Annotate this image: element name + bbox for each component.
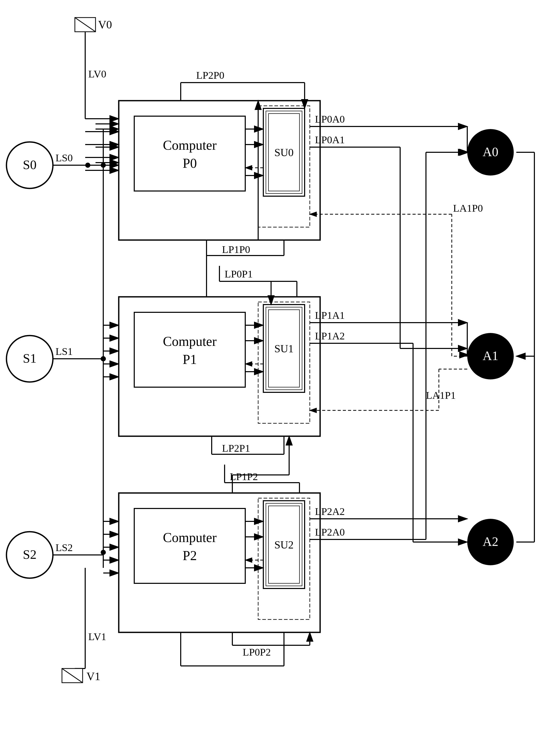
lp2p0-label: LP2P0 bbox=[196, 69, 224, 81]
cp2-label-line1: Computer bbox=[163, 530, 217, 545]
lp1p2-label: LP1P2 bbox=[230, 471, 258, 482]
lv0-label: LV0 bbox=[88, 68, 106, 80]
diagram-container: V0 LV0 S0 LS0 Computer P0 SU0 LP0A0 LP0A… bbox=[0, 0, 554, 756]
cp1-label-line1: Computer bbox=[163, 334, 217, 349]
cp2-label-line2: P2 bbox=[183, 548, 197, 563]
ls2-label: LS2 bbox=[56, 542, 73, 554]
lp1a1-label: LP1A1 bbox=[315, 309, 345, 321]
lp0p1-label: LP0P1 bbox=[225, 268, 253, 280]
svg-rect-94 bbox=[134, 509, 245, 583]
svg-point-52 bbox=[101, 356, 106, 361]
svg-point-53 bbox=[101, 550, 106, 555]
lp2p1-label: LP2P1 bbox=[222, 443, 250, 454]
v1-label: V1 bbox=[87, 670, 100, 683]
lv1-label: LV1 bbox=[88, 631, 106, 642]
s0-label: S0 bbox=[23, 158, 37, 172]
svg-rect-17 bbox=[134, 116, 245, 191]
cp0-label-line2: P0 bbox=[183, 156, 197, 171]
su0-label: SU0 bbox=[274, 147, 294, 159]
a2-label: A2 bbox=[483, 534, 498, 549]
lp1p0-label: LP1P0 bbox=[222, 244, 250, 255]
cp1-label-line2: P1 bbox=[183, 352, 197, 367]
lp0p2-label: LP0P2 bbox=[243, 646, 271, 658]
v0-label: V0 bbox=[98, 18, 112, 31]
lp2a0-label: LP2A0 bbox=[315, 526, 345, 538]
a1-label: A1 bbox=[483, 348, 498, 363]
svg-point-51 bbox=[101, 163, 106, 168]
ls1-label: LS1 bbox=[56, 346, 73, 357]
la1p1-label: LA1P1 bbox=[426, 390, 456, 401]
s1-label: S1 bbox=[23, 351, 37, 365]
s2-label: S2 bbox=[23, 547, 37, 562]
svg-rect-62 bbox=[134, 312, 245, 387]
su2-label: SU2 bbox=[274, 539, 294, 551]
lp0a0-label: LP0A0 bbox=[315, 113, 345, 125]
su1-label: SU1 bbox=[274, 343, 294, 355]
lp2a2-label: LP2A2 bbox=[315, 506, 345, 517]
cp0-label-line1: Computer bbox=[163, 138, 217, 153]
lp1a2-label: LP1A2 bbox=[315, 330, 345, 342]
lp0a1-label: LP0A1 bbox=[315, 134, 345, 146]
a0-label: A0 bbox=[483, 144, 498, 159]
ls0-label: LS0 bbox=[56, 152, 73, 164]
la1p0-label: LA1P0 bbox=[453, 202, 483, 214]
